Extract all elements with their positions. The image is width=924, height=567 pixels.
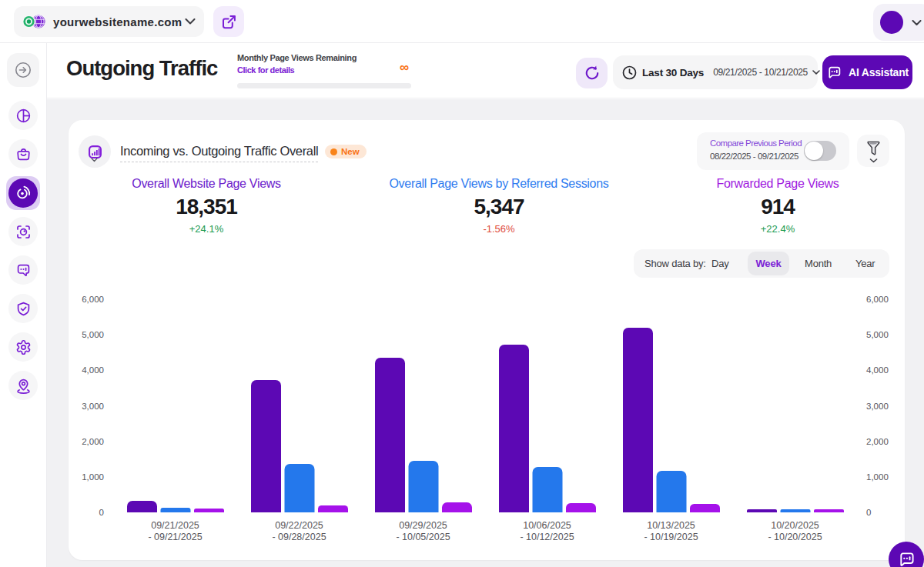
svg-text:4,000: 4,000 bbox=[82, 365, 104, 375]
svg-text:10/20/2025: 10/20/2025 bbox=[771, 520, 819, 531]
svg-text:2,000: 2,000 bbox=[82, 437, 104, 446]
svg-text:1,000: 1,000 bbox=[82, 472, 104, 482]
svg-text:10/13/2025: 10/13/2025 bbox=[647, 520, 695, 531]
svg-text:5,000: 5,000 bbox=[866, 330, 889, 339]
svg-text:6,000: 6,000 bbox=[82, 295, 104, 304]
svg-text:6,000: 6,000 bbox=[866, 295, 889, 304]
svg-text:09/29/2025: 09/29/2025 bbox=[399, 520, 447, 531]
svg-text:2,000: 2,000 bbox=[866, 437, 889, 446]
svg-text:0: 0 bbox=[99, 508, 104, 517]
svg-text:3,000: 3,000 bbox=[866, 402, 889, 411]
svg-text:5,000: 5,000 bbox=[82, 330, 104, 339]
svg-text:09/22/2025: 09/22/2025 bbox=[275, 520, 323, 531]
svg-text:10/06/2025: 10/06/2025 bbox=[523, 520, 571, 531]
svg-text:- 09/21/2025: - 09/21/2025 bbox=[148, 532, 202, 542]
svg-text:- 10/20/2025: - 10/20/2025 bbox=[768, 532, 822, 542]
svg-text:- 10/19/2025: - 10/19/2025 bbox=[644, 532, 698, 542]
svg-text:0: 0 bbox=[866, 508, 871, 517]
svg-text:- 10/05/2025: - 10/05/2025 bbox=[396, 532, 450, 542]
svg-text:1,000: 1,000 bbox=[866, 472, 889, 482]
svg-text:4,000: 4,000 bbox=[866, 365, 889, 375]
svg-text:- 10/12/2025: - 10/12/2025 bbox=[520, 532, 574, 542]
svg-text:09/21/2025: 09/21/2025 bbox=[151, 520, 199, 531]
svg-text:3,000: 3,000 bbox=[82, 402, 104, 411]
svg-text:- 09/28/2025: - 09/28/2025 bbox=[272, 532, 326, 542]
